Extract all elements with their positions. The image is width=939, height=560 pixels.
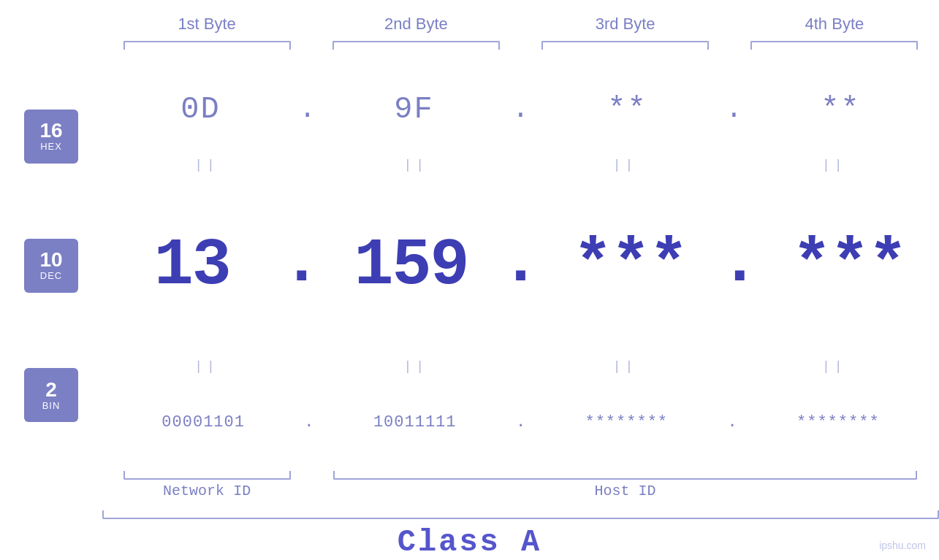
hex-b1-cell: 0D — [102, 92, 299, 127]
sep-cell-2: || — [311, 154, 520, 176]
bin-dot-3: . — [727, 413, 737, 431]
dec-b2-value: 159 — [354, 229, 468, 303]
bracket-1 — [102, 41, 311, 50]
hex-dot-1: . — [299, 93, 316, 125]
bracket-line-1 — [123, 41, 291, 50]
hex-b3-cell: ** — [529, 92, 726, 127]
host-id-label: Host ID — [311, 483, 939, 499]
bin-b1-value: 00001101 — [161, 413, 245, 431]
sep-cell-1: || — [102, 154, 311, 176]
equals-sep-2: || || || || — [102, 356, 939, 377]
bracket-2 — [311, 41, 520, 50]
bin-b1-cell: 00001101 — [102, 413, 304, 431]
byte2-header: 2nd Byte — [311, 15, 520, 34]
bin-dot-1: . — [304, 413, 313, 431]
rows-wrapper: 0D . 9F . ** . ** || || || || — [102, 64, 939, 467]
hex-dot-3: . — [726, 93, 742, 125]
hex-b3-value: ** — [607, 92, 647, 127]
bin-b4-cell: ******** — [737, 413, 939, 431]
byte1-header: 1st Byte — [102, 15, 311, 34]
bin-badge: 2 BIN — [24, 368, 78, 422]
watermark: ipshu.com — [879, 540, 926, 551]
sep-cell-5: || — [102, 356, 311, 377]
network-bracket-line — [123, 471, 291, 480]
bottom-brackets — [0, 471, 939, 480]
sep-cell-3: || — [521, 154, 730, 176]
byte-headers: 1st Byte 2nd Byte 3rd Byte 4th Byte — [0, 0, 939, 34]
hex-b4-value: ** — [821, 92, 860, 127]
dec-dot-3: . — [720, 230, 759, 302]
dec-b4-cell: *** — [759, 229, 939, 303]
hex-b2-cell: 9F — [316, 92, 512, 127]
hex-badge-number: 16 — [39, 120, 62, 141]
bracket-line-3 — [541, 41, 709, 50]
sep-cell-6: || — [311, 356, 520, 377]
class-label: Class A — [398, 525, 541, 560]
host-bracket — [311, 471, 939, 480]
sep-cell-4: || — [730, 154, 939, 176]
hex-badge: 16 HEX — [24, 110, 78, 164]
bin-b2-cell: 10011111 — [314, 413, 516, 431]
top-brackets — [0, 41, 939, 50]
hex-badge-label: HEX — [40, 141, 62, 152]
dec-b1-value: 13 — [154, 229, 230, 303]
hex-b1-value: 0D — [180, 92, 220, 127]
bin-b3-cell: ******** — [525, 413, 727, 431]
byte4-header: 4th Byte — [730, 15, 939, 34]
network-id-label: Network ID — [102, 483, 311, 499]
bin-dot-2: . — [516, 413, 525, 431]
class-bracket-line — [102, 510, 939, 519]
class-bracket-row — [0, 510, 939, 519]
sep-cell-8: || — [730, 356, 939, 377]
bracket-line-2 — [332, 41, 500, 50]
dec-b3-cell: *** — [541, 229, 721, 303]
bin-b4-value: ******** — [797, 413, 880, 431]
byte3-header: 3rd Byte — [521, 15, 730, 34]
bin-row: 00001101 . 10011111 . ******** . *******… — [102, 377, 939, 467]
dec-row: 13 . 159 . *** . *** — [102, 176, 939, 356]
dec-b3-value: *** — [573, 229, 687, 303]
dec-dot-2: . — [501, 230, 540, 302]
dec-b2-cell: 159 — [322, 229, 501, 303]
dec-b4-value: *** — [792, 229, 906, 303]
bin-b2-value: 10011111 — [373, 413, 457, 431]
class-label-row: Class A — [0, 525, 939, 560]
content-area: 16 HEX 10 DEC 2 BIN 0D . 9F — [0, 64, 939, 467]
badges-column: 16 HEX 10 DEC 2 BIN — [0, 64, 102, 467]
bin-badge-number: 2 — [45, 380, 57, 400]
bracket-4 — [730, 41, 939, 50]
dec-b1-cell: 13 — [102, 229, 282, 303]
bracket-3 — [521, 41, 730, 50]
bin-badge-label: BIN — [42, 400, 61, 411]
bracket-line-4 — [750, 41, 918, 50]
dec-dot-1: . — [282, 230, 322, 302]
hex-row: 0D . 9F . ** . ** — [102, 64, 939, 154]
hex-b2-value: 9F — [394, 92, 433, 127]
dec-badge-number: 10 — [39, 250, 62, 270]
sep-cell-7: || — [521, 356, 730, 377]
bin-b3-value: ******** — [585, 413, 668, 431]
dec-badge: 10 DEC — [24, 239, 78, 293]
network-bracket — [102, 471, 311, 480]
id-labels-row: Network ID Host ID — [0, 483, 939, 499]
main-container: 1st Byte 2nd Byte 3rd Byte 4th Byte 16 H… — [0, 0, 939, 560]
hex-b4-cell: ** — [742, 92, 939, 127]
dec-badge-label: DEC — [40, 270, 62, 281]
host-bracket-line — [333, 471, 917, 480]
hex-dot-2: . — [512, 93, 529, 125]
equals-sep-1: || || || || — [102, 154, 939, 176]
